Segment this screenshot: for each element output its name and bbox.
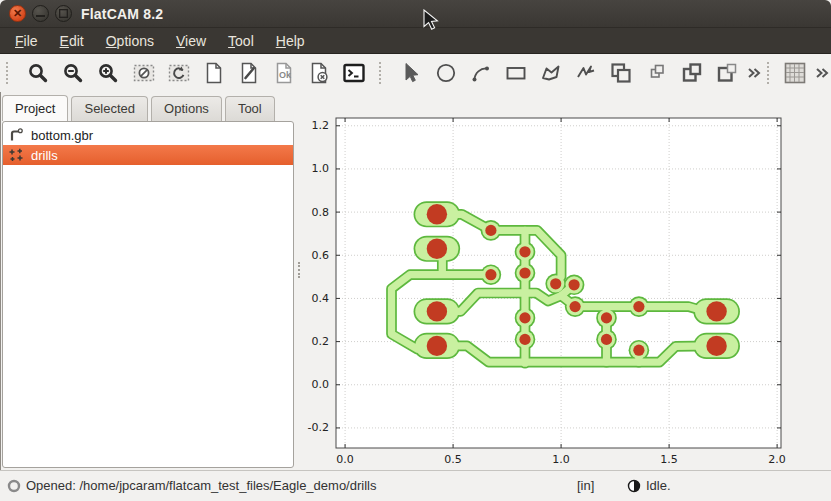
- tree-item-label: bottom.gbr: [31, 128, 93, 143]
- pointer-arrow-icon: [406, 64, 418, 82]
- project-tree[interactable]: bottom.gbrdrills: [2, 121, 294, 468]
- draw-arc-button[interactable]: [469, 60, 494, 86]
- svg-text:0.8: 0.8: [312, 206, 330, 219]
- snap-grid-button[interactable]: [782, 60, 807, 86]
- rectangle-shape-icon: [508, 68, 525, 79]
- statusbar: Opened: /home/jpcaram/flatcam_test_files…: [0, 470, 831, 501]
- tree-item-label: drills: [31, 148, 58, 163]
- svg-text:1.2: 1.2: [312, 119, 330, 132]
- grid-icon: [783, 61, 807, 85]
- toolbar-handle[interactable]: [6, 62, 16, 84]
- svg-text:0.0: 0.0: [312, 378, 330, 391]
- delete-object-button[interactable]: [306, 60, 331, 86]
- menu-options[interactable]: Options: [95, 30, 165, 52]
- main-content: ProjectSelectedOptionsTool bottom.gbrdri…: [0, 92, 831, 470]
- open-project-button[interactable]: [236, 60, 261, 86]
- magnifier-minus-icon: [76, 75, 81, 80]
- magnifier-plus-icon: [111, 75, 116, 80]
- circle-shape-icon: [438, 65, 454, 81]
- replot-button[interactable]: [166, 60, 191, 86]
- state-label: Idle.: [646, 478, 671, 493]
- chevron-double-right-icon2: [817, 69, 827, 77]
- zoom-out-button[interactable]: [61, 60, 86, 86]
- window-title: FlatCAM 8.2: [81, 6, 163, 22]
- panel-splitter[interactable]: [296, 92, 304, 470]
- menu-tool[interactable]: Tool: [217, 30, 265, 52]
- tab-tool[interactable]: Tool: [225, 96, 275, 121]
- new-file-icon: [207, 64, 220, 83]
- svg-text:0.4: 0.4: [312, 292, 330, 305]
- window-buttons: ✕: [0, 5, 72, 22]
- geo-intersection-button[interactable]: [644, 60, 669, 86]
- zoom-in-button[interactable]: [96, 60, 121, 86]
- geometry-toolbar-handle[interactable]: [379, 62, 389, 84]
- panel-tabs: ProjectSelectedOptionsTool: [0, 92, 296, 121]
- magnifier-icon: [40, 75, 45, 80]
- draw-polygon-button[interactable]: [539, 60, 564, 86]
- draw-rectangle-button[interactable]: [504, 60, 529, 86]
- draw-circle-button[interactable]: [433, 60, 458, 86]
- new-project-button[interactable]: [201, 60, 226, 86]
- units-indicator[interactable]: [in]: [577, 478, 594, 493]
- polygon-shape-icon: [543, 67, 559, 80]
- geo-cut-button[interactable]: [714, 60, 739, 86]
- select-tool-button[interactable]: [398, 60, 423, 86]
- svg-text:1.5: 1.5: [660, 453, 678, 466]
- polyline-shape-icon: [578, 67, 594, 78]
- svg-text:2.0: 2.0: [768, 453, 786, 466]
- titlebar: ✕ FlatCAM 8.2: [0, 0, 831, 28]
- toolbar: Ok: [0, 54, 831, 92]
- svg-text:0.6: 0.6: [312, 249, 330, 262]
- geo-union-button[interactable]: [609, 60, 634, 86]
- left-panel: ProjectSelectedOptionsTool bottom.gbrdri…: [0, 92, 296, 470]
- flatcam-window: { "window": { "title": "FlatCAM 8.2", "b…: [0, 0, 831, 501]
- minimize-button[interactable]: [32, 5, 49, 22]
- menubar-items: FileEditOptionsViewToolHelp: [4, 30, 316, 52]
- terminal-icon: [345, 65, 364, 81]
- save-project-button[interactable]: Ok: [271, 60, 296, 86]
- tab-selected[interactable]: Selected: [71, 96, 148, 121]
- menu-view[interactable]: View: [165, 30, 217, 52]
- tab-options[interactable]: Options: [151, 96, 222, 121]
- plot-area[interactable]: 0.00.51.01.52.0-0.20.00.20.40.60.81.01.2: [304, 92, 831, 470]
- grid-toolbar-overflow-button[interactable]: [814, 60, 831, 86]
- svg-text:0.2: 0.2: [312, 335, 330, 348]
- menu-help[interactable]: Help: [265, 30, 316, 52]
- svg-text:1.0: 1.0: [552, 453, 570, 466]
- tab-project[interactable]: Project: [2, 95, 68, 121]
- menu-edit[interactable]: Edit: [49, 30, 95, 52]
- maximize-button[interactable]: [55, 5, 72, 22]
- zoom-fit-button[interactable]: [26, 60, 51, 86]
- ok-label-icon: Ok: [279, 70, 292, 80]
- tree-item-bottom-gbr[interactable]: bottom.gbr: [3, 125, 293, 145]
- geo-subtract-button[interactable]: [679, 60, 704, 86]
- chevron-double-right-icon: [749, 69, 759, 77]
- gerber-icon: [8, 127, 24, 143]
- draw-polyline-button[interactable]: [574, 60, 599, 86]
- toolbar-overflow-button[interactable]: [745, 60, 762, 86]
- state-icon: [627, 479, 641, 493]
- svg-text:-0.2: -0.2: [308, 421, 329, 434]
- clear-plot-button[interactable]: [131, 60, 156, 86]
- plot-svg[interactable]: 0.00.51.01.52.0-0.20.00.20.40.60.81.01.2: [304, 92, 831, 470]
- svg-text:0.5: 0.5: [444, 453, 462, 466]
- arc-shape-icon: [475, 68, 488, 79]
- tree-item-drills[interactable]: drills: [3, 145, 293, 165]
- shell-button[interactable]: [342, 60, 367, 86]
- svg-text:0.0: 0.0: [336, 453, 354, 466]
- drill-icon: [8, 147, 24, 163]
- status-message: Opened: /home/jpcaram/flatcam_test_files…: [26, 478, 376, 493]
- grid-toolbar-handle[interactable]: [767, 62, 777, 84]
- activity-indicator-icon: [7, 479, 21, 493]
- menubar: FileEditOptionsViewToolHelp: [0, 28, 831, 54]
- svg-text:1.0: 1.0: [312, 162, 330, 175]
- menu-file[interactable]: File: [4, 30, 49, 52]
- close-button[interactable]: ✕: [9, 5, 26, 22]
